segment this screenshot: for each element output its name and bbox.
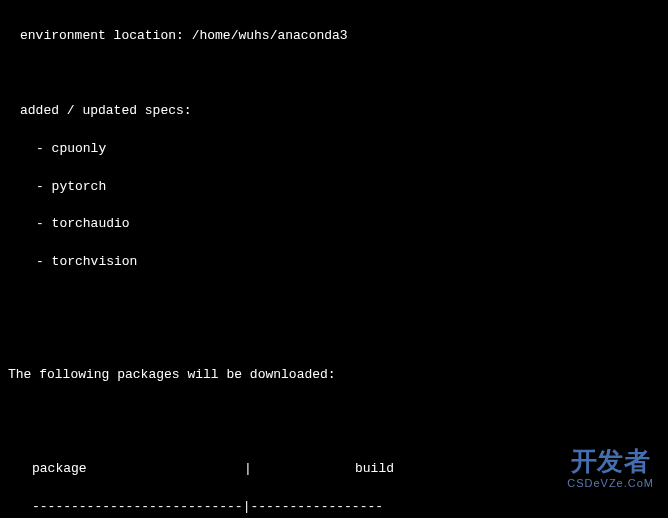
spec-item-label: cpuonly xyxy=(52,141,107,156)
env-location-path: /home/wuhs/anaconda3 xyxy=(192,28,348,43)
packages-table: package|build --------------------------… xyxy=(32,441,668,518)
table-divider: ---------------------------|------------… xyxy=(32,498,668,517)
spec-item: - torchaudio xyxy=(4,215,668,234)
spec-item-label: torchvision xyxy=(52,254,138,269)
col-build-header: build xyxy=(254,460,394,479)
env-location-label: environment location: xyxy=(20,28,192,43)
table-header: package|build xyxy=(32,460,668,479)
blank-line xyxy=(4,404,668,423)
spec-item-label: torchaudio xyxy=(52,216,130,231)
spec-item: - cpuonly xyxy=(4,140,668,159)
blank-line xyxy=(4,65,668,84)
col-package-header: package xyxy=(32,460,242,479)
terminal-output: environment location: /home/wuhs/anacond… xyxy=(0,0,668,518)
col-separator: | xyxy=(242,460,254,479)
blank-line xyxy=(4,328,668,347)
blank-line xyxy=(4,291,668,310)
specs-header: added / updated specs: xyxy=(4,102,668,121)
spec-item: - pytorch xyxy=(4,178,668,197)
download-header: The following packages will be downloade… xyxy=(4,366,668,385)
spec-item: - torchvision xyxy=(4,253,668,272)
env-location-line: environment location: /home/wuhs/anacond… xyxy=(4,27,668,46)
spec-item-label: pytorch xyxy=(52,179,107,194)
